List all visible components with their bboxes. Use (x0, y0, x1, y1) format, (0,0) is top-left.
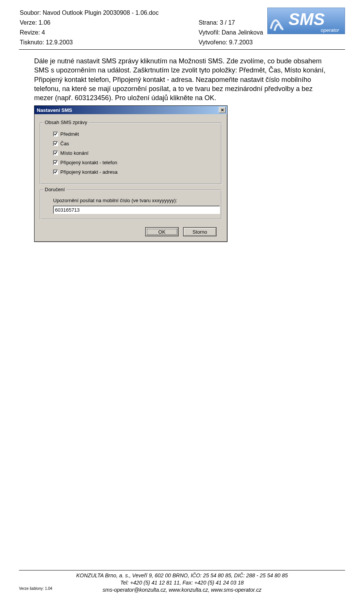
sms-settings-dialog: Nastavení SMS ✕ Obsah SMS zprávy Předmět… (34, 105, 228, 242)
checkmark-icon (54, 142, 57, 145)
revision-label: Revize: (20, 29, 40, 36)
checkbox-row[interactable]: Místo konání (53, 150, 216, 156)
instruction-paragraph: Dále je nutné nastavit SMS zprávy kliknu… (34, 57, 330, 102)
checkbox[interactable] (53, 132, 58, 137)
dialog-button-row: OK Storno (40, 225, 222, 236)
sms-operator-logo: SMS operator (267, 8, 345, 34)
revision-value: 4 (42, 29, 45, 36)
created-by-label: Vytvořil: (199, 29, 220, 36)
footer-line-1: KONZULTA Brno, a. s., Veveří 9, 602 00 B… (19, 572, 345, 579)
checkbox-row[interactable]: Předmět (53, 131, 216, 137)
dialog-titlebar[interactable]: Nastavení SMS ✕ (35, 106, 227, 114)
cancel-button[interactable]: Storno (183, 227, 217, 236)
checkbox[interactable] (53, 151, 58, 156)
created-by-value: Dana Jelinkova (221, 29, 263, 36)
checkbox-row[interactable]: Čas (53, 141, 216, 146)
page: Soubor: Navod Outlook Plugin 20030908 - … (0, 0, 364, 605)
checkbox[interactable] (53, 141, 58, 146)
checkbox-label: Místo konání (60, 150, 88, 156)
checkmark-icon (54, 132, 57, 136)
cancel-button-label: Storno (193, 229, 207, 235)
version-value: 1.06 (39, 19, 50, 26)
footer-divider (19, 570, 345, 570)
checkbox-label: Připojený kontakt - telefon (60, 160, 117, 165)
header-divider (19, 49, 345, 50)
checkbox-row[interactable]: Připojený kontakt - adresa (53, 169, 216, 175)
file-value: Navod Outlook Plugin 20030908 - 1.06.doc (43, 9, 159, 16)
close-button[interactable]: ✕ (219, 107, 226, 113)
version-label: Verze: (20, 19, 37, 26)
file-label: Soubor: (20, 9, 41, 16)
printed-label: Tisknuto: (20, 39, 44, 46)
footer-line-2: Tel: +420 (5) 41 12 81 11, Fax: +420 (5)… (19, 579, 345, 586)
footer-line-3: sms-operator@konzulta.cz, www.konzulta.c… (19, 586, 345, 594)
checkmark-icon (54, 151, 57, 155)
phone-field-label: Upozornění posílat na mobilní číslo (ve … (53, 198, 216, 203)
checkbox-label: Připojený kontakt - adresa (60, 169, 118, 175)
checkmark-icon (54, 161, 57, 164)
checkbox-label: Předmět (60, 131, 79, 137)
checkbox[interactable] (53, 170, 58, 174)
logo-text-sub: operator (321, 27, 339, 33)
dialog-title: Nastavení SMS (37, 107, 72, 113)
created-value: 9.7.2003 (229, 39, 253, 46)
created-label: Vytvořeno: (199, 39, 228, 46)
logo-text-main: SMS (289, 10, 325, 28)
ok-button-label: OK (158, 229, 166, 235)
close-icon: ✕ (221, 108, 224, 112)
phone-input[interactable] (53, 206, 220, 214)
checkbox-label: Čas (60, 141, 69, 146)
dialog-body: Obsah SMS zprávy PředmětČasMísto konáníP… (35, 114, 227, 242)
group-legend-content: Obsah SMS zprávy (43, 119, 89, 125)
group-delivery: Doručení Upozornění posílat na mobilní č… (40, 190, 222, 220)
page-label: Strana: (199, 19, 218, 26)
checkmark-icon (54, 170, 57, 174)
checkbox-row[interactable]: Připojený kontakt - telefon (53, 160, 216, 165)
document-header: Soubor: Navod Outlook Plugin 20030908 - … (19, 8, 345, 50)
group-legend-delivery: Doručení (43, 187, 66, 192)
group-sms-content: Obsah SMS zprávy PředmětČasMísto konáníP… (40, 123, 222, 184)
ok-button[interactable]: OK (145, 227, 179, 236)
document-footer: KONZULTA Brno, a. s., Veveří 9, 602 00 B… (19, 570, 345, 594)
page-value: 3 / 17 (220, 19, 235, 26)
printed-value: 12.9.2003 (46, 39, 73, 46)
checkbox[interactable] (53, 160, 58, 165)
